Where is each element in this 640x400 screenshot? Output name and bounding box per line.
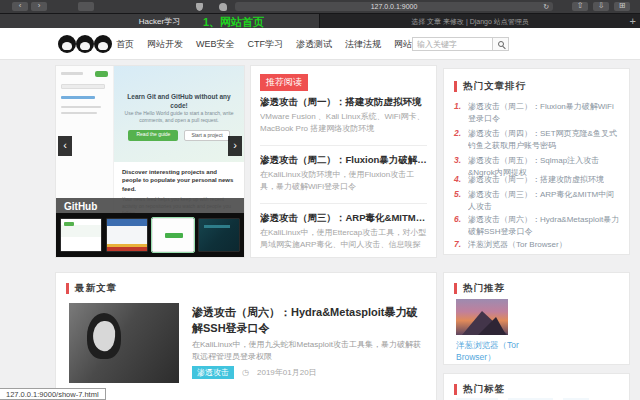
recommended-item-title[interactable]: 渗透攻击（周一）：搭建攻防虚拟环境 (260, 96, 427, 109)
search-input[interactable] (412, 37, 493, 51)
rank-text: 渗透攻击（周四）：SET网页克隆&鱼叉式钓鱼之获取用户账号密码 (468, 128, 621, 152)
rank-text: 渗透攻击（周一）：搭建攻防虚拟环境 (468, 174, 604, 186)
section-accent-bar (454, 81, 457, 92)
ranking-item[interactable]: 2. 渗透攻击（周四）：SET网页克隆&鱼叉式钓鱼之获取用户账号密码 (454, 128, 621, 152)
carousel-thumb[interactable] (60, 218, 102, 252)
hot-recommend-title: 热门推荐 (463, 282, 505, 295)
rank-text: 渗透攻击（周二）：Fluxion暴力破解WiFi登录口令 (468, 101, 621, 125)
recommended-item-title[interactable]: 渗透攻击（周二）：Fluxion暴力破解WIFI登... (260, 154, 427, 167)
github-subline: Use the Hello World guide to start a bra… (122, 110, 236, 124)
github-logo-icon (58, 35, 76, 53)
latest-title: 最新文章 (75, 282, 117, 295)
carousel-next-icon[interactable]: › (228, 136, 242, 156)
article-excerpt: 在KaliLinux中，使用九头蛇和Metasploit攻击工具集，暴力破解获取… (192, 339, 426, 363)
github-logo-icon (94, 35, 112, 53)
ranking-item[interactable]: 7. 洋葱浏览器（Tor Browser） (454, 239, 621, 251)
github-secondary-button: Start a project (184, 130, 229, 141)
recommend-thumbnail[interactable] (456, 299, 508, 335)
recommended-item-excerpt: 在KaliLinux中，使用Ettercap攻击工具，对小型局域网实施ARP毒化… (260, 227, 427, 252)
browser-window: ‹ › 127.0.0.1:9000 ↻ ⇧ ⇩ ⊞ Hacker学习 选择 文… (0, 0, 640, 400)
github-headline: Learn Git and GitHub without any code! (120, 92, 238, 110)
article-thumbnail[interactable] (69, 303, 179, 383)
rank-number: 4. (454, 174, 468, 186)
ranking-item[interactable]: 4. 渗透攻击（周一）：搭建攻防虚拟环境 (454, 174, 621, 186)
rank-text: 渗透攻击（周三）：ARP毒化&MITM中间人攻击 (468, 189, 621, 213)
ranking-title: 热门文章排行 (463, 80, 526, 93)
tab-hacker-home[interactable]: Hacker学习 (0, 14, 320, 29)
rank-text: 洋葱浏览器（Tor Browser） (468, 239, 567, 251)
hot-recommend-section: 热门推荐 洋葱浏览器（Tor Browser） (443, 272, 630, 365)
share-icon[interactable]: ⇧ (572, 2, 588, 11)
latest-section: 最新文章 渗透攻击（周六）：Hydra&Metasploit暴力破解SSH登录口… (55, 272, 437, 400)
search-button[interactable] (493, 37, 509, 51)
refresh-icon[interactable]: ↻ (543, 2, 549, 11)
article-tag-badge[interactable]: 渗透攻击 (192, 366, 234, 379)
url-text: 127.0.0.1:9000 (371, 3, 418, 10)
github-hero: Learn Git and GitHub without any code! U… (114, 66, 244, 162)
nav-item-pentest[interactable]: 渗透测试 (296, 38, 332, 51)
github-primary-button: Read the guide (128, 130, 178, 141)
nav-item-websec[interactable]: WEB安全 (196, 38, 235, 51)
recommended-item-excerpt: VMware Fusion 、Kali Linux系统、WiFi网卡、MacBo… (260, 111, 427, 136)
rank-number: 5. (454, 189, 468, 213)
ranking-item[interactable]: 6. 渗透攻击（周六）：Hydra&Metasploit暴力破解SSH登录口令 (454, 214, 621, 238)
carousel-thumb[interactable] (198, 218, 240, 252)
rank-number: 1. (454, 101, 468, 125)
carousel-slide-github[interactable]: Learn Git and GitHub without any code! U… (56, 66, 244, 215)
article-date: 2019年01月20日 (257, 367, 317, 378)
carousel: Learn Git and GitHub without any code! U… (55, 65, 245, 258)
article-title[interactable]: 渗透攻击（周六）：Hydra&Metasploit暴力破解SSH登录口令 (192, 305, 426, 337)
hot-tags-title: 热门标签 (463, 383, 505, 396)
search-icon (498, 41, 504, 47)
divider (260, 145, 427, 146)
divider (260, 203, 427, 204)
forward-icon[interactable]: › (31, 2, 47, 11)
recommended-item-excerpt: 在KaliLinux攻防环境中，使用Fluxion攻击工具，暴力破解WiFi登录… (260, 169, 427, 194)
ranking-item[interactable]: 1. 渗透攻击（周二）：Fluxion暴力破解WiFi登录口令 (454, 101, 621, 125)
back-icon[interactable]: ‹ (12, 2, 28, 11)
browser-toolbar: ‹ › 127.0.0.1:9000 ↻ ⇧ ⇩ ⊞ (0, 0, 640, 13)
sidebar-icon[interactable] (78, 2, 94, 11)
rank-number: 7. (454, 239, 468, 251)
status-link-preview: 127.0.0.1:9000/show-7.html (0, 388, 106, 400)
recommended-badge: 推荐阅读 (260, 74, 308, 91)
annotation-label: 1、网站首页 (203, 15, 264, 29)
tab-bar: Hacker学习 选择 文章 来修改 | Django 站点管理员 1、网站首页… (0, 13, 640, 28)
carousel-thumb[interactable] (106, 218, 148, 252)
carousel-thumbnails (56, 213, 244, 257)
nav-item-home[interactable]: 首页 (116, 38, 134, 51)
rank-number: 6. (454, 214, 468, 238)
nav-item-ctf[interactable]: CTF学习 (248, 38, 284, 51)
recommend-link[interactable]: 洋葱浏览器（Tor Browser） (456, 339, 548, 364)
hot-tags-section: 热门标签 渗透攻击 Kali Linux SSH (443, 373, 630, 400)
site-header: 首页 网站开发 WEB安全 CTF学习 渗透测试 法律法规 网站声明 (0, 28, 640, 60)
nav-item-law[interactable]: 法律法规 (345, 38, 381, 51)
recommended-section: 推荐阅读 渗透攻击（周一）：搭建攻防虚拟环境 VMware Fusion 、Ka… (250, 65, 437, 258)
main-nav: 首页 网站开发 WEB安全 CTF学习 渗透测试 法律法规 网站声明 (116, 28, 430, 60)
new-tab-icon[interactable]: + (630, 14, 636, 29)
rank-number: 2. (454, 128, 468, 152)
article-meta: 渗透攻击 ◷ 2019年01月20日 (192, 366, 317, 379)
recommended-item-title[interactable]: 渗透攻击（周三）：ARP毒化&MITM中间人... (260, 212, 427, 225)
extension-shield-icon[interactable] (196, 3, 203, 11)
ranking-section: 热门文章排行 1. 渗透攻击（周二）：Fluxion暴力破解WiFi登录口令 2… (443, 68, 630, 255)
extension-icon[interactable] (219, 3, 227, 11)
clock-icon: ◷ (242, 368, 249, 377)
github-logo-icon (76, 35, 94, 53)
tabs-overview-icon[interactable]: ⊞ (614, 2, 630, 11)
address-bar[interactable]: 127.0.0.1:9000 ↻ (235, 2, 553, 11)
section-accent-bar (454, 283, 457, 294)
nav-item-webdev[interactable]: 网站开发 (147, 38, 183, 51)
github-feed-heading: Discover interesting projects and people… (122, 168, 236, 193)
search-box (412, 37, 509, 51)
download-icon[interactable]: ⇩ (593, 2, 609, 11)
section-accent-bar (66, 283, 69, 294)
rank-text: 渗透攻击（周六）：Hydra&Metasploit暴力破解SSH登录口令 (468, 214, 621, 238)
carousel-thumb[interactable] (152, 218, 194, 252)
carousel-prev-icon[interactable]: ‹ (58, 136, 72, 156)
section-accent-bar (454, 384, 457, 395)
ranking-item[interactable]: 5. 渗透攻击（周三）：ARP毒化&MITM中间人攻击 (454, 189, 621, 213)
github-signup-chip (95, 71, 108, 77)
tab-django-admin[interactable]: 选择 文章 来修改 | Django 站点管理员 (320, 14, 620, 29)
